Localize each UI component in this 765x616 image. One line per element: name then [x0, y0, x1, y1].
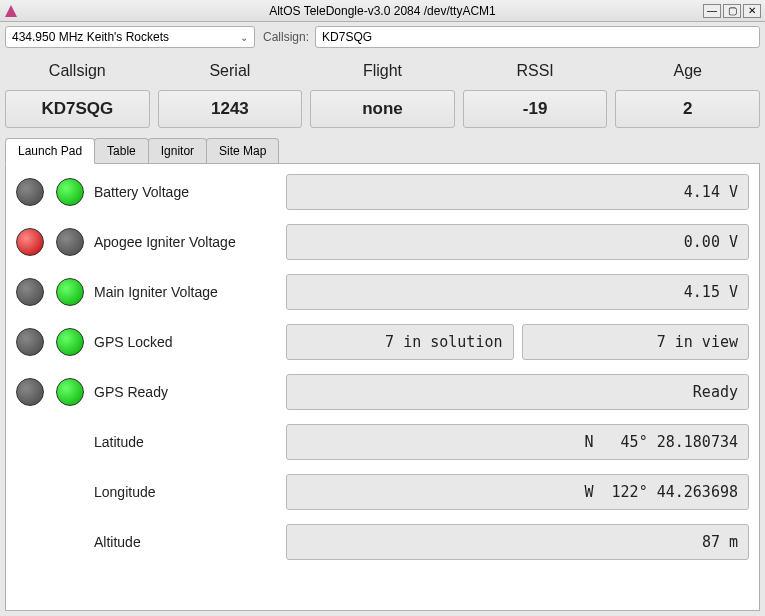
chevron-down-icon: ⌄ — [240, 32, 248, 43]
row-label: GPS Locked — [92, 334, 282, 350]
header-labels: Callsign Serial Flight RSSI Age — [5, 56, 760, 86]
led-icon — [16, 228, 44, 256]
led-icon — [16, 378, 44, 406]
header-serial-label: Serial — [158, 56, 303, 86]
battery-value: 4.14 V — [286, 174, 749, 210]
app-icon — [4, 4, 18, 18]
frequency-value: 434.950 MHz Keith's Rockets — [12, 30, 169, 44]
row-latitude: Latitude N 45° 28.180734 — [12, 424, 749, 460]
longitude-value: W 122° 44.263698 — [286, 474, 749, 510]
gps-inview-value: 7 in view — [522, 324, 750, 360]
gps-ready-value: Ready — [286, 374, 749, 410]
row-label: GPS Ready — [92, 384, 282, 400]
callsign-label: Callsign: — [263, 30, 309, 44]
led-icon — [56, 178, 84, 206]
tab-table[interactable]: Table — [94, 138, 149, 163]
top-controls: 434.950 MHz Keith's Rockets ⌄ Callsign: … — [5, 26, 760, 48]
led-icon — [16, 328, 44, 356]
tab-site-map[interactable]: Site Map — [206, 138, 279, 163]
row-apogee: Apogee Igniter Voltage 0.00 V — [12, 224, 749, 260]
main-value: 4.15 V — [286, 274, 749, 310]
header-rssi-label: RSSI — [463, 56, 608, 86]
window-body: 434.950 MHz Keith's Rockets ⌄ Callsign: … — [0, 22, 765, 616]
led-icon — [56, 228, 84, 256]
gps-solution-value: 7 in solution — [286, 324, 514, 360]
led-icon — [16, 278, 44, 306]
led-icon — [16, 178, 44, 206]
row-battery: Battery Voltage 4.14 V — [12, 174, 749, 210]
header-values: KD7SQG 1243 none -19 2 — [5, 90, 760, 128]
header-age-label: Age — [615, 56, 760, 86]
header-flight-value: none — [310, 90, 455, 128]
altitude-value: 87 m — [286, 524, 749, 560]
callsign-input-value: KD7SQG — [322, 30, 372, 44]
header-age-value: 2 — [615, 90, 760, 128]
window-title: AltOS TeleDongle-v3.0 2084 /dev/ttyACM1 — [269, 4, 496, 18]
header-flight-label: Flight — [310, 56, 455, 86]
row-main: Main Igniter Voltage 4.15 V — [12, 274, 749, 310]
tab-content: Battery Voltage 4.14 V Apogee Igniter Vo… — [5, 164, 760, 611]
window-buttons: — ▢ ✕ — [703, 4, 761, 18]
callsign-input[interactable]: KD7SQG — [315, 26, 760, 48]
row-label: Main Igniter Voltage — [92, 284, 282, 300]
header-callsign-label: Callsign — [5, 56, 150, 86]
tab-bar: Launch Pad Table Ignitor Site Map — [5, 138, 760, 164]
frequency-select[interactable]: 434.950 MHz Keith's Rockets ⌄ — [5, 26, 255, 48]
header-serial-value: 1243 — [158, 90, 303, 128]
row-longitude: Longitude W 122° 44.263698 — [12, 474, 749, 510]
latitude-value: N 45° 28.180734 — [286, 424, 749, 460]
row-label: Battery Voltage — [92, 184, 282, 200]
svg-marker-0 — [5, 5, 17, 17]
row-label: Apogee Igniter Voltage — [92, 234, 282, 250]
row-gps-locked: GPS Locked 7 in solution 7 in view — [12, 324, 749, 360]
row-label: Latitude — [92, 434, 282, 450]
maximize-button[interactable]: ▢ — [723, 4, 741, 18]
led-icon — [56, 278, 84, 306]
apogee-value: 0.00 V — [286, 224, 749, 260]
close-button[interactable]: ✕ — [743, 4, 761, 18]
tab-launch-pad[interactable]: Launch Pad — [5, 138, 95, 164]
led-icon — [56, 328, 84, 356]
tab-ignitor[interactable]: Ignitor — [148, 138, 207, 163]
minimize-button[interactable]: — — [703, 4, 721, 18]
row-label: Longitude — [92, 484, 282, 500]
header-callsign-value: KD7SQG — [5, 90, 150, 128]
titlebar: AltOS TeleDongle-v3.0 2084 /dev/ttyACM1 … — [0, 0, 765, 22]
led-icon — [56, 378, 84, 406]
header-rssi-value: -19 — [463, 90, 608, 128]
row-label: Altitude — [92, 534, 282, 550]
row-gps-ready: GPS Ready Ready — [12, 374, 749, 410]
row-altitude: Altitude 87 m — [12, 524, 749, 560]
